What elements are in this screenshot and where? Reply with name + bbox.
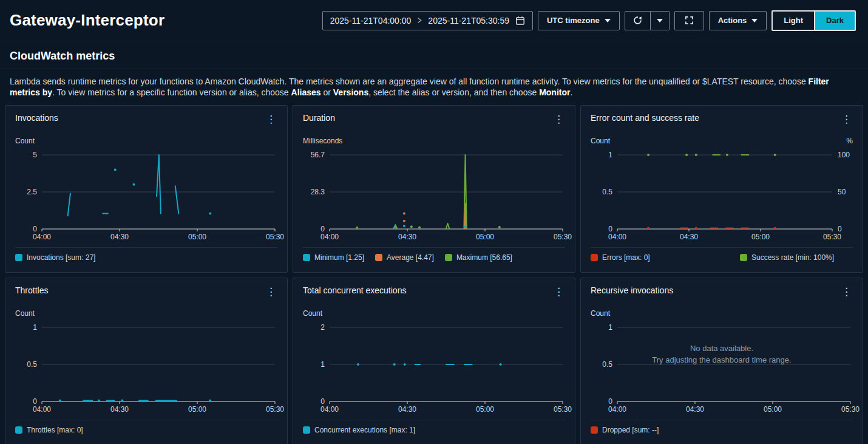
legend-item[interactable]: Errors [max: 0] bbox=[591, 253, 740, 262]
charts-grid: Invocations ⋮ Count 52.5004:0004:3005:00… bbox=[0, 105, 868, 444]
legend-item[interactable]: Success rate [min: 100%] bbox=[740, 253, 853, 262]
y-axis-unit-left: Milliseconds bbox=[303, 137, 342, 145]
chart-plot[interactable]: 56.728.3004:0004:3005:0005:30 bbox=[303, 146, 566, 242]
svg-text:0: 0 bbox=[33, 225, 37, 233]
date-end-value[interactable]: 2025-11-21T05:30:59 bbox=[428, 16, 509, 26]
y-axis-unit-left: Count bbox=[15, 309, 35, 318]
legend-label: Average [4.47] bbox=[387, 253, 434, 262]
legend-label: Maximum [56.65] bbox=[456, 253, 512, 262]
legend-swatch-icon bbox=[15, 254, 22, 261]
chart-legend: Invocations [sum: 27] bbox=[15, 247, 277, 262]
y-axis-unit-left: Count bbox=[15, 137, 35, 145]
fullscreen-icon bbox=[685, 16, 694, 25]
section-header: CloudWatch metrics bbox=[0, 41, 868, 69]
legend-swatch-icon bbox=[303, 254, 310, 261]
chart-legend: Throttles [max: 0] bbox=[15, 420, 277, 434]
svg-text:04:30: 04:30 bbox=[110, 405, 129, 414]
svg-text:04:00: 04:00 bbox=[320, 233, 339, 241]
chart-plot[interactable]: 21004:0004:3005:0005:30 bbox=[303, 319, 566, 415]
chart-plot[interactable]: 10.5004:0004:3005:0005:30 bbox=[15, 319, 279, 415]
svg-text:0.5: 0.5 bbox=[602, 188, 612, 196]
legend-swatch-icon bbox=[375, 254, 382, 261]
chart-title: Recursive invocations bbox=[591, 285, 673, 295]
legend-label: Invocations [sum: 27] bbox=[27, 253, 95, 262]
chevron-down-icon bbox=[605, 19, 611, 22]
chart-card-error-success-rate: Error count and success rate ⋮ Count % 1… bbox=[580, 105, 863, 273]
legend-label: Minimum [1.25] bbox=[314, 253, 364, 262]
legend-label: Dropped [sum: --] bbox=[602, 426, 659, 434]
chart-plot[interactable]: 11000.5500004:0004:3005:0005:30 bbox=[591, 146, 854, 242]
chart-plot[interactable]: 52.5004:0004:3005:0005:30 bbox=[15, 146, 279, 242]
svg-text:1: 1 bbox=[33, 323, 37, 332]
legend-swatch-icon bbox=[591, 426, 598, 434]
chart-plot[interactable]: 10.5004:0004:3005:0005:30 bbox=[591, 319, 854, 415]
timezone-label: UTC timezone bbox=[547, 16, 600, 25]
legend-swatch-icon bbox=[303, 426, 310, 434]
legend-swatch-icon bbox=[591, 254, 598, 261]
svg-text:05:00: 05:00 bbox=[188, 405, 206, 414]
kebab-menu-icon[interactable]: ⋮ bbox=[261, 113, 281, 126]
chart-card-recursive-invocations: Recursive invocations ⋮ Count 10.5004:00… bbox=[580, 278, 863, 444]
legend-label: Concurrent executions [max: 1] bbox=[314, 426, 415, 434]
legend-item[interactable]: Average [4.47] bbox=[375, 253, 434, 262]
chart-legend: Minimum [1.25]Average [4.47]Maximum [56.… bbox=[303, 247, 565, 262]
calendar-icon[interactable] bbox=[515, 16, 525, 26]
svg-text:04:00: 04:00 bbox=[33, 405, 51, 414]
svg-text:04:00: 04:00 bbox=[608, 233, 626, 241]
theme-light-button[interactable]: Light bbox=[773, 12, 814, 30]
svg-text:04:30: 04:30 bbox=[398, 405, 416, 414]
chart-card-duration: Duration ⋮ Milliseconds 56.728.3004:0004… bbox=[293, 105, 575, 273]
actions-dropdown[interactable]: Actions bbox=[709, 11, 767, 30]
date-range-picker[interactable]: 2025-11-21T04:00:00 2025-11-21T05:30:59 bbox=[322, 11, 533, 30]
chevron-down-icon bbox=[657, 19, 663, 22]
legend-label: Success rate [min: 100%] bbox=[751, 253, 834, 262]
chart-legend: Errors [max: 0]Success rate [min: 100%] bbox=[591, 247, 853, 262]
kebab-menu-icon[interactable]: ⋮ bbox=[261, 285, 281, 298]
no-data-message: No data available.Try adjusting the dash… bbox=[591, 343, 853, 366]
svg-text:04:00: 04:00 bbox=[33, 233, 51, 241]
legend-swatch-icon bbox=[445, 254, 452, 261]
legend-item[interactable]: Maximum [56.65] bbox=[445, 253, 512, 262]
legend-item[interactable]: Dropped [sum: --] bbox=[591, 426, 659, 434]
date-start-value[interactable]: 2025-11-21T04:00:00 bbox=[330, 16, 412, 26]
svg-text:0: 0 bbox=[838, 225, 842, 233]
refresh-options-button[interactable] bbox=[651, 11, 670, 30]
svg-text:0: 0 bbox=[33, 397, 37, 406]
actions-label: Actions bbox=[718, 16, 747, 25]
chart-title: Total concurrent executions bbox=[303, 285, 406, 295]
legend-item[interactable]: Minimum [1.25] bbox=[303, 253, 364, 262]
svg-text:28.3: 28.3 bbox=[311, 188, 325, 196]
legend-swatch-icon bbox=[15, 426, 22, 434]
legend-item[interactable]: Throttles [max: 0] bbox=[15, 426, 83, 434]
refresh-button[interactable] bbox=[625, 11, 651, 30]
chart-title: Invocations bbox=[15, 113, 58, 123]
svg-text:04:30: 04:30 bbox=[686, 405, 704, 414]
header-controls: 2025-11-21T04:00:00 2025-11-21T05:30:59 … bbox=[322, 10, 856, 31]
kebab-menu-icon[interactable]: ⋮ bbox=[549, 285, 569, 298]
chevron-down-icon bbox=[751, 19, 758, 22]
legend-item[interactable]: Invocations [sum: 27] bbox=[15, 253, 95, 262]
svg-text:04:30: 04:30 bbox=[110, 233, 129, 241]
svg-text:04:30: 04:30 bbox=[680, 233, 698, 241]
svg-text:05:00: 05:00 bbox=[188, 233, 206, 241]
svg-text:1: 1 bbox=[320, 360, 325, 369]
timezone-dropdown[interactable]: UTC timezone bbox=[538, 11, 620, 30]
section-description: Lambda sends runtime metrics for your fu… bbox=[0, 69, 863, 105]
svg-text:1: 1 bbox=[608, 323, 612, 332]
legend-item[interactable]: Concurrent executions [max: 1] bbox=[303, 426, 415, 434]
svg-text:05:00: 05:00 bbox=[476, 233, 494, 241]
theme-dark-button[interactable]: Dark bbox=[815, 12, 855, 30]
svg-text:05:30: 05:30 bbox=[554, 233, 572, 241]
kebab-menu-icon[interactable]: ⋮ bbox=[549, 113, 569, 126]
y-axis-unit-left: Count bbox=[591, 309, 610, 318]
chart-title: Duration bbox=[303, 113, 335, 123]
chart-card-invocations: Invocations ⋮ Count 52.5004:0004:3005:00… bbox=[5, 105, 288, 273]
refresh-icon bbox=[633, 16, 642, 25]
svg-text:05:30: 05:30 bbox=[266, 233, 284, 241]
fullscreen-button[interactable] bbox=[674, 11, 704, 30]
kebab-menu-icon[interactable]: ⋮ bbox=[836, 285, 856, 298]
svg-text:05:00: 05:00 bbox=[751, 233, 770, 241]
chart-legend: Concurrent executions [max: 1] bbox=[303, 420, 565, 434]
svg-text:1: 1 bbox=[608, 151, 612, 159]
kebab-menu-icon[interactable]: ⋮ bbox=[836, 113, 856, 126]
